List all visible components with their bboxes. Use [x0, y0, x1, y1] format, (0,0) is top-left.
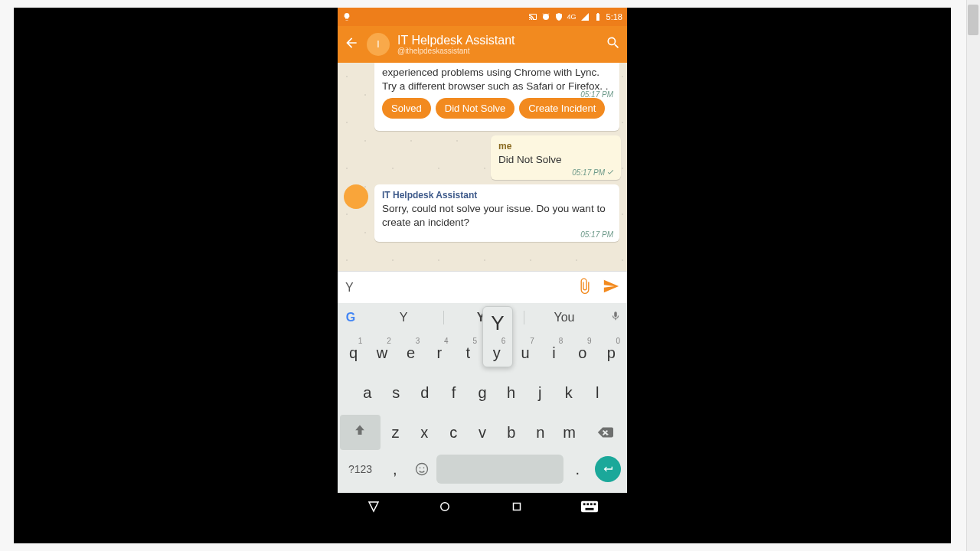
suggestion-1[interactable]: Y	[364, 311, 443, 324]
svg-rect-9	[594, 503, 596, 505]
key-l[interactable]: l	[583, 375, 611, 410]
send-button[interactable]	[603, 278, 619, 298]
key-g[interactable]: g	[469, 375, 496, 410]
google-icon[interactable]: G	[338, 311, 364, 324]
key-t[interactable]: t5	[455, 335, 482, 370]
key-y[interactable]: y6	[483, 335, 510, 370]
search-button[interactable]	[606, 35, 621, 54]
shield-icon	[554, 12, 564, 21]
key-x[interactable]: x	[410, 415, 438, 450]
emoji-key[interactable]	[409, 455, 434, 484]
assistant-message: IT Helpdesk Assistant Sorry, could not s…	[374, 184, 619, 242]
key-w[interactable]: w2	[368, 335, 395, 370]
key-s[interactable]: s	[383, 375, 410, 410]
svg-point-2	[423, 468, 425, 469]
nav-keyboard-icon[interactable]	[581, 500, 598, 516]
android-status-bar: 4G 5:18	[338, 8, 627, 26]
my-message: me Did Not Solve 05:17 PM	[491, 135, 621, 179]
nav-home[interactable]	[438, 500, 452, 517]
chat-scroll-area[interactable]: experienced problems using Chrome with L…	[338, 63, 627, 271]
back-button[interactable]	[344, 35, 359, 54]
key-m[interactable]: m	[556, 415, 583, 450]
key-c[interactable]: c	[439, 415, 467, 450]
key-a[interactable]: a	[354, 375, 381, 410]
svg-point-1	[420, 468, 421, 469]
message-time: 05:17 PM	[572, 168, 615, 177]
backspace-key[interactable]	[584, 415, 625, 450]
enter-key[interactable]	[592, 455, 625, 484]
delivered-check-icon	[605, 168, 615, 177]
key-v[interactable]: v	[469, 415, 496, 450]
svg-rect-5	[581, 501, 598, 513]
svg-rect-7	[587, 503, 590, 505]
message-time: 05:17 PM	[580, 230, 613, 239]
svg-point-3	[441, 503, 449, 511]
key-r[interactable]: r4	[426, 335, 452, 370]
message-text: experienced problems using Chrome with L…	[382, 66, 612, 93]
scroll-thumb[interactable]	[968, 5, 978, 35]
period-key[interactable]: .	[565, 455, 590, 484]
nav-back[interactable]	[367, 500, 381, 517]
key-d[interactable]: d	[411, 375, 439, 410]
key-j[interactable]: j	[526, 375, 554, 410]
key-u[interactable]: u7	[511, 335, 538, 370]
browser-scrollbar[interactable]	[966, 0, 980, 551]
quick-reply-didnotsolve[interactable]: Did Not Solve	[436, 98, 514, 119]
message-text: Did Not Solve	[498, 153, 580, 167]
video-stage: 4G 5:18 I IT Helpdesk Assistant @ithelpd…	[14, 8, 951, 543]
key-e[interactable]: e3	[397, 335, 424, 370]
alarm-icon	[541, 12, 550, 21]
key-n[interactable]: n	[527, 415, 554, 450]
message-time: 05:17 PM	[580, 90, 613, 99]
key-q[interactable]: q1	[340, 335, 367, 370]
assistant-avatar	[344, 184, 368, 209]
nav-recents[interactable]	[510, 500, 524, 517]
message-text: Sorry, could not solve your issue. Do yo…	[382, 202, 612, 230]
key-z[interactable]: z	[382, 415, 410, 450]
key-k[interactable]: k	[555, 375, 583, 410]
bulb-icon	[342, 12, 351, 21]
quick-reply-solved[interactable]: Solved	[382, 98, 431, 119]
mic-button[interactable]	[604, 309, 627, 326]
assistant-message: experienced problems using Chrome with L…	[374, 63, 619, 131]
comma-key[interactable]: ,	[382, 455, 407, 484]
svg-rect-8	[590, 503, 593, 505]
sender-label: IT Helpdesk Assistant	[382, 190, 612, 201]
svg-rect-10	[586, 508, 594, 510]
symbols-key[interactable]: ?123	[340, 455, 381, 484]
attach-button[interactable]	[577, 278, 593, 298]
chat-header: I IT Helpdesk Assistant @ithelpdeskassis…	[338, 26, 627, 63]
android-nav-bar	[338, 493, 627, 523]
compose-bar: Y	[338, 271, 627, 303]
key-f[interactable]: f	[440, 375, 468, 410]
contact-avatar[interactable]: I	[367, 33, 390, 56]
key-o[interactable]: o9	[569, 335, 596, 370]
message-input[interactable]: Y	[345, 281, 567, 295]
network-label: 4G	[567, 13, 577, 21]
suggestion-3[interactable]: You	[524, 311, 604, 324]
key-i[interactable]: i8	[541, 335, 567, 370]
status-clock: 5:18	[606, 12, 622, 21]
signal-icon	[580, 12, 590, 21]
soft-keyboard: Y q1w2e3r4t5y6u7i8o9p0 asdfghjkl zxcvbnm…	[338, 332, 627, 493]
svg-rect-4	[513, 504, 520, 510]
quick-reply-createincident[interactable]: Create Incident	[519, 98, 605, 119]
key-h[interactable]: h	[498, 375, 525, 410]
shift-key[interactable]	[340, 415, 381, 450]
key-b[interactable]: b	[498, 415, 525, 450]
space-key[interactable]	[436, 455, 564, 484]
key-p[interactable]: p0	[598, 335, 625, 370]
battery-icon	[593, 12, 603, 21]
svg-rect-6	[583, 503, 586, 505]
phone-frame: 4G 5:18 I IT Helpdesk Assistant @ithelpd…	[338, 8, 627, 523]
contact-title: IT Helpdesk Assistant	[397, 34, 598, 47]
svg-point-0	[416, 464, 427, 475]
cast-icon	[528, 12, 537, 21]
sender-label: me	[498, 141, 580, 152]
contact-handle: @ithelpdeskassistant	[397, 47, 598, 55]
